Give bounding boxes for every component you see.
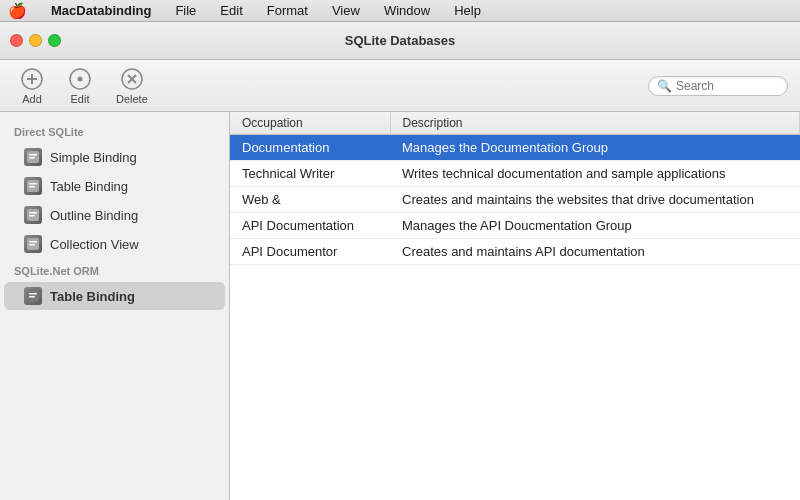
svg-rect-10 — [29, 157, 35, 159]
cell-description: Manages the API Doucmentation Group — [390, 213, 800, 239]
cell-occupation: Technical Writer — [230, 161, 390, 187]
svg-point-4 — [78, 76, 83, 81]
menubar-app-name[interactable]: MacDatabinding — [47, 0, 155, 22]
svg-rect-22 — [29, 296, 35, 298]
svg-rect-13 — [29, 186, 35, 188]
apple-menu-icon[interactable]: 🍎 — [8, 2, 27, 20]
sidebar-item-table-binding-orm[interactable]: Table Binding — [4, 282, 225, 310]
cell-occupation: Documentation — [230, 135, 390, 161]
table-row[interactable]: Web &Creates and maintains the websites … — [230, 187, 800, 213]
search-icon: 🔍 — [657, 79, 672, 93]
cell-occupation: API Documentation — [230, 213, 390, 239]
add-icon — [20, 67, 44, 91]
menubar: 🍎 MacDatabinding File Edit Format View W… — [0, 0, 800, 22]
svg-rect-16 — [29, 215, 35, 217]
menubar-help[interactable]: Help — [450, 0, 485, 22]
cell-occupation: API Documentor — [230, 239, 390, 265]
maximize-button[interactable] — [48, 34, 61, 47]
sidebar-icon-collection-view — [24, 235, 42, 253]
table-row[interactable]: API DocumentorCreates and maintains API … — [230, 239, 800, 265]
cell-description: Creates and maintains API documentation — [390, 239, 800, 265]
sidebar-icon-table-binding-orm — [24, 287, 42, 305]
table-header-row: Occupation Description — [230, 112, 800, 135]
menubar-format[interactable]: Format — [263, 0, 312, 22]
delete-button[interactable]: Delete — [108, 63, 156, 109]
column-header-description[interactable]: Description — [390, 112, 800, 135]
add-label: Add — [22, 93, 42, 105]
menubar-view[interactable]: View — [328, 0, 364, 22]
edit-label: Edit — [71, 93, 90, 105]
sidebar-label-outline-binding: Outline Binding — [50, 208, 138, 223]
data-table: Occupation Description DocumentationMana… — [230, 112, 800, 265]
sidebar-section-direct-sqlite: Direct SQLite — [0, 120, 229, 142]
menubar-window[interactable]: Window — [380, 0, 434, 22]
table-row[interactable]: DocumentationManages the Documentation G… — [230, 135, 800, 161]
sidebar-icon-table-binding — [24, 177, 42, 195]
sidebar-label-simple-binding: Simple Binding — [50, 150, 137, 165]
sidebar-label-table-binding: Table Binding — [50, 179, 128, 194]
edit-button[interactable]: Edit — [60, 63, 100, 109]
search-input[interactable] — [676, 79, 779, 93]
svg-rect-12 — [29, 183, 37, 185]
cell-occupation: Web & — [230, 187, 390, 213]
svg-rect-18 — [29, 241, 37, 243]
toolbar: Add Edit Delete 🔍 — [0, 60, 800, 112]
edit-icon — [68, 67, 92, 91]
close-button[interactable] — [10, 34, 23, 47]
svg-rect-19 — [29, 244, 35, 246]
cell-description: Manages the Documentation Group — [390, 135, 800, 161]
sidebar-section-orm: SQLite.Net ORM — [0, 259, 229, 281]
menubar-file[interactable]: File — [171, 0, 200, 22]
titlebar: SQLite Databases — [0, 22, 800, 60]
window-title: SQLite Databases — [345, 33, 456, 48]
column-header-occupation[interactable]: Occupation — [230, 112, 390, 135]
table-row[interactable]: Technical WriterWrites technical documen… — [230, 161, 800, 187]
svg-rect-21 — [29, 293, 37, 295]
sidebar-label-table-binding-orm: Table Binding — [50, 289, 135, 304]
minimize-button[interactable] — [29, 34, 42, 47]
content-area: Occupation Description DocumentationMana… — [230, 112, 800, 500]
table-row[interactable]: API DocumentationManages the API Doucmen… — [230, 213, 800, 239]
search-box[interactable]: 🔍 — [648, 76, 788, 96]
sidebar-item-table-binding[interactable]: Table Binding — [4, 172, 225, 200]
sidebar-icon-simple-binding — [24, 148, 42, 166]
sidebar-label-collection-view: Collection View — [50, 237, 139, 252]
svg-rect-15 — [29, 212, 37, 214]
menubar-edit[interactable]: Edit — [216, 0, 246, 22]
traffic-lights — [10, 34, 61, 47]
sidebar-item-collection-view[interactable]: Collection View — [4, 230, 225, 258]
cell-description: Creates and maintains the websites that … — [390, 187, 800, 213]
sidebar-item-outline-binding[interactable]: Outline Binding — [4, 201, 225, 229]
sidebar-icon-outline-binding — [24, 206, 42, 224]
add-button[interactable]: Add — [12, 63, 52, 109]
sidebar-item-simple-binding[interactable]: Simple Binding — [4, 143, 225, 171]
delete-icon — [120, 67, 144, 91]
sidebar: Direct SQLite Simple Binding Table Bindi… — [0, 112, 230, 500]
cell-description: Writes technical documentation and sampl… — [390, 161, 800, 187]
svg-rect-9 — [29, 154, 37, 156]
delete-label: Delete — [116, 93, 148, 105]
main-container: Direct SQLite Simple Binding Table Bindi… — [0, 112, 800, 500]
